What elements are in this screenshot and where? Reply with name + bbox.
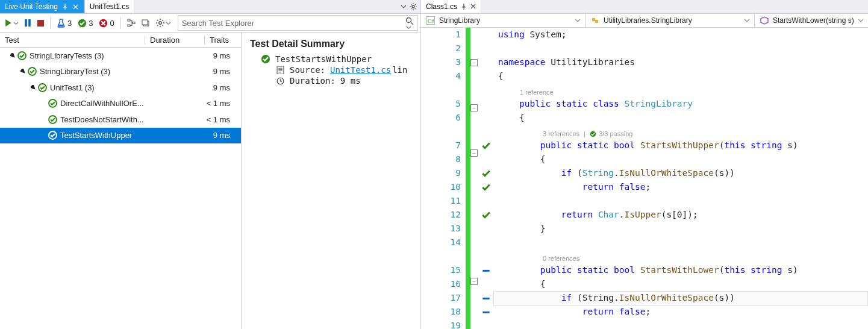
- test-explorer-pane: Live Unit Testing UnitTest1.cs 3: [0, 0, 421, 329]
- coverage-gutter: [479, 28, 493, 329]
- pass-icon: [47, 99, 58, 108]
- test-row[interactable]: TestStartsWithUpper9 ms: [0, 128, 241, 144]
- code-line[interactable]: return Char.IsUpper(s[0]);: [498, 208, 698, 222]
- test-row[interactable]: TestDoesNotStartWith...< 1 ms: [0, 111, 241, 128]
- svg-rect-8: [133, 22, 135, 24]
- chevron-down-icon: [745, 18, 749, 23]
- nav-type-label: UtilityLibraries.StringLibrary: [604, 16, 692, 25]
- code-editor-pane: Class1.cs C# StringLibrary UtilityLibrar…: [421, 0, 868, 329]
- clock-icon: [275, 77, 285, 85]
- editor-tab-strip: Class1.cs: [421, 0, 868, 14]
- code-line[interactable]: }: [498, 222, 546, 236]
- code-line[interactable]: {: [498, 111, 525, 125]
- expand-icon[interactable]: [19, 69, 27, 74]
- code-line[interactable]: public static bool StartsWithUpper(this …: [498, 139, 798, 152]
- column-headers: Test Duration Traits: [0, 33, 241, 48]
- fold-icon[interactable]: −: [470, 149, 478, 157]
- svg-rect-25: [595, 20, 598, 23]
- test-row[interactable]: StringLibraryTests (3)9 ms: [0, 48, 241, 64]
- run-all-button[interactable]: [2, 16, 20, 30]
- code-line[interactable]: using System;: [498, 28, 567, 42]
- pass-icon: [47, 131, 58, 140]
- code-line[interactable]: namespace UtilityLibraries: [498, 55, 635, 69]
- svg-rect-24: [592, 18, 595, 21]
- test-name: StringLibraryTests (3): [27, 51, 176, 60]
- code-line[interactable]: if (String.IsNullOrWhiteSpace(s)): [498, 166, 735, 180]
- code-line[interactable]: public static class StringLibrary: [498, 97, 693, 111]
- duration-label: Duration:: [290, 76, 336, 86]
- stop-button[interactable]: [35, 16, 46, 30]
- svg-rect-28: [482, 297, 489, 299]
- code-line[interactable]: if (String.IsNullOrWhiteSpace(s)): [498, 291, 735, 305]
- col-test[interactable]: Test: [0, 36, 145, 45]
- close-icon[interactable]: [72, 3, 80, 10]
- code-line[interactable]: return false;: [498, 180, 651, 194]
- svg-rect-3: [37, 20, 44, 27]
- code-line[interactable]: public static bool StartsWithLower(this …: [498, 263, 798, 277]
- code-editor[interactable]: 12345678910111213141516171819 −−−− using…: [421, 28, 868, 329]
- test-tree-column: Test Duration Traits StringLibraryTests …: [0, 33, 242, 329]
- test-name: TestDoesNotStartWith...: [58, 115, 176, 124]
- expand-icon[interactable]: [9, 53, 16, 58]
- nav-type[interactable]: UtilityLibraries.StringLibrary: [585, 14, 755, 27]
- col-traits[interactable]: Traits: [205, 36, 241, 45]
- search-icon[interactable]: [405, 17, 414, 30]
- tab-class1[interactable]: Class1.cs: [421, 0, 481, 13]
- flask-count[interactable]: 3: [54, 16, 74, 30]
- test-tree[interactable]: StringLibraryTests (3)9 msStringLibraryT…: [0, 48, 241, 329]
- test-row[interactable]: StringLibraryTest (3)9 ms: [0, 64, 241, 80]
- live-change-gutter: [466, 28, 470, 329]
- test-duration: < 1 ms: [176, 115, 241, 124]
- pin-icon[interactable]: [461, 4, 467, 10]
- gear-icon[interactable]: [410, 3, 417, 10]
- pass-count[interactable]: 3: [75, 16, 95, 30]
- search-input[interactable]: Search Test Explorer: [178, 15, 418, 31]
- separator: [50, 17, 51, 29]
- dropdown-icon[interactable]: [401, 4, 406, 9]
- fail-count[interactable]: 0: [96, 16, 116, 30]
- fold-icon[interactable]: −: [470, 59, 478, 66]
- pass-icon: [16, 51, 27, 60]
- tab-live-unit-testing[interactable]: Live Unit Testing: [0, 0, 85, 13]
- source-link[interactable]: UnitTest1.cs: [330, 65, 391, 75]
- test-row[interactable]: UnitTest1 (3)9 ms: [0, 80, 241, 96]
- svg-point-12: [407, 17, 411, 22]
- left-tab-strip: Live Unit Testing UnitTest1.cs: [0, 0, 420, 13]
- settings-button[interactable]: [154, 16, 173, 30]
- code-line[interactable]: {: [498, 69, 504, 83]
- nav-member[interactable]: StartsWithLower(string s): [755, 14, 868, 27]
- code-line[interactable]: {: [498, 277, 546, 291]
- svg-marker-26: [761, 17, 768, 24]
- playlist-button[interactable]: [139, 16, 152, 30]
- pin-icon[interactable]: [61, 3, 69, 10]
- nav-project[interactable]: C# StringLibrary: [421, 14, 585, 27]
- navigation-bar: C# StringLibrary UtilityLibraries.String…: [421, 14, 868, 28]
- code-line[interactable]: {: [498, 152, 546, 166]
- tab-label: Live Unit Testing: [5, 2, 58, 11]
- hierarchy-button[interactable]: [125, 16, 138, 30]
- code-line[interactable]: return false;: [498, 305, 651, 319]
- fold-icon[interactable]: −: [470, 104, 478, 111]
- pause-button[interactable]: [22, 16, 34, 30]
- source-suffix: lin: [392, 65, 407, 75]
- test-name: StringLibraryTest (3): [37, 67, 176, 76]
- fold-gutter[interactable]: −−−−: [470, 28, 479, 329]
- svg-rect-7: [128, 25, 130, 27]
- pass-count-value: 3: [89, 19, 93, 28]
- code-area[interactable]: using System;namespace UtilityLibraries{…: [493, 28, 868, 329]
- tab-label: Class1.cs: [426, 2, 457, 11]
- test-row[interactable]: DirectCallWithNullOrE...< 1 ms: [0, 96, 241, 112]
- close-icon[interactable]: [470, 4, 476, 9]
- col-duration[interactable]: Duration: [145, 36, 205, 45]
- pass-icon: [47, 115, 58, 124]
- fold-icon[interactable]: −: [470, 278, 478, 285]
- tab-unit-test-file[interactable]: UnitTest1.cs: [85, 0, 134, 13]
- detail-test-name: TestStartsWithUpper: [275, 54, 372, 64]
- expand-icon[interactable]: [30, 85, 37, 90]
- test-detail-panel: Test Detail Summary TestStartsWithUpper …: [242, 33, 420, 329]
- source-label: Source:: [290, 65, 325, 75]
- search-placeholder: Search Test Explorer: [182, 19, 254, 28]
- tab-label: UnitTest1.cs: [90, 2, 129, 11]
- svg-rect-6: [128, 19, 130, 21]
- svg-rect-27: [482, 269, 489, 271]
